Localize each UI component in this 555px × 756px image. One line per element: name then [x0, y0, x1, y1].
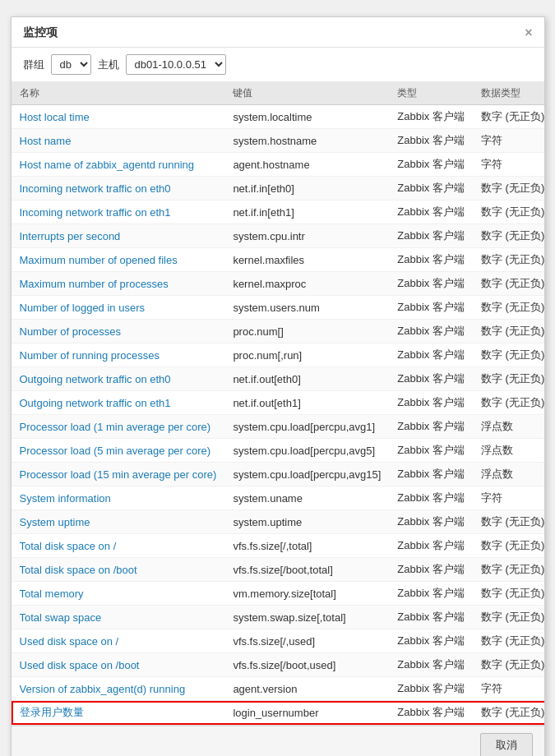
table-row[interactable]: Incoming network traffic on eth0net.if.i… [12, 177, 544, 201]
item-name[interactable]: Outgoing network traffic on eth1 [12, 391, 225, 415]
cancel-button[interactable]: 取消 [480, 733, 533, 756]
item-name[interactable]: Version of zabbix_agent(d) running [12, 677, 225, 701]
item-name[interactable]: Processor load (1 min average per core) [12, 415, 225, 439]
item-type: Zabbix 客户端 [389, 272, 473, 296]
table-row[interactable]: System uptimesystem.uptimeZabbix 客户端数字 (… [12, 510, 544, 534]
table-row[interactable]: Host local timesystem.localtimeZabbix 客户… [12, 105, 544, 129]
item-key: vfs.fs.size[/boot,total] [224, 558, 389, 582]
item-name[interactable]: Maximum number of processes [12, 272, 225, 296]
item-type: Zabbix 客户端 [389, 153, 473, 177]
host-label: 主机 [98, 58, 119, 72]
table-row[interactable]: Outgoing network traffic on eth1net.if.o… [12, 391, 544, 415]
table-row[interactable]: Number of processesproc.num[]Zabbix 客户端数… [12, 320, 544, 343]
item-name[interactable]: System uptime [12, 510, 225, 534]
item-key: net.if.out[eth0] [224, 367, 389, 391]
item-key: system.users.num [224, 296, 389, 320]
item-dtype: 数字 (无正负) [473, 224, 544, 248]
item-name[interactable]: Host name of zabbix_agentd running [12, 153, 225, 177]
item-key: system.cpu.load[percpu,avg5] [224, 439, 389, 463]
table-row[interactable]: Used disk space on /vfs.fs.size[/,used]Z… [12, 629, 544, 653]
item-type: Zabbix 客户端 [389, 510, 473, 534]
toolbar: 群组 db 主机 db01-10.0.0.51 [12, 48, 544, 82]
dialog-title-text: 监控项 [23, 25, 58, 40]
table-row[interactable]: Processor load (5 min average per core)s… [12, 439, 544, 463]
item-key: proc.num[,run] [224, 343, 389, 367]
item-type: Zabbix 客户端 [389, 129, 473, 153]
item-name[interactable]: Incoming network traffic on eth0 [12, 177, 225, 201]
item-key: proc.num[] [224, 320, 389, 343]
item-key: agent.version [224, 677, 389, 701]
item-dtype: 数字 (无正负) [473, 177, 544, 201]
item-dtype: 数字 (无正负) [473, 201, 544, 224]
item-name[interactable]: Incoming network traffic on eth1 [12, 201, 225, 224]
item-name[interactable]: Number of processes [12, 320, 225, 343]
col-dtype: 数据类型 [473, 82, 544, 105]
item-name[interactable]: 登录用户数量 [12, 701, 225, 725]
item-key: system.cpu.intr [224, 224, 389, 248]
item-name[interactable]: Processor load (15 min average per core) [12, 463, 225, 486]
item-name[interactable]: Host name [12, 129, 225, 153]
item-name[interactable]: Maximum number of opened files [12, 248, 225, 272]
table-row[interactable]: Number of logged in userssystem.users.nu… [12, 296, 544, 320]
item-name[interactable]: Used disk space on / [12, 629, 225, 653]
table-row[interactable]: System informationsystem.unameZabbix 客户端… [12, 486, 544, 510]
item-dtype: 浮点数 [473, 415, 544, 439]
col-key: 键值 [224, 82, 389, 105]
table-row[interactable]: Host namesystem.hostnameZabbix 客户端字符已启用 [12, 129, 544, 153]
item-key: kernel.maxfiles [224, 248, 389, 272]
table-row[interactable]: Outgoing network traffic on eth0net.if.o… [12, 367, 544, 391]
item-name[interactable]: Used disk space on /boot [12, 653, 225, 677]
item-name[interactable]: Total memory [12, 582, 225, 606]
item-dtype: 字符 [473, 486, 544, 510]
item-name[interactable]: Number of running processes [12, 343, 225, 367]
item-key: net.if.in[eth1] [224, 201, 389, 224]
item-key: system.uptime [224, 510, 389, 534]
table-row[interactable]: 登录用户数量login_usernumberZabbix 客户端数字 (无正负)… [12, 701, 544, 725]
item-dtype: 数字 (无正负) [473, 343, 544, 367]
item-dtype: 字符 [473, 153, 544, 177]
group-select[interactable]: db [51, 54, 91, 75]
table-row[interactable]: Host name of zabbix_agentd runningagent.… [12, 153, 544, 177]
item-dtype: 数字 (无正负) [473, 272, 544, 296]
item-name[interactable]: Host local time [12, 105, 225, 129]
item-name[interactable]: Outgoing network traffic on eth0 [12, 367, 225, 391]
item-name[interactable]: Total disk space on /boot [12, 558, 225, 582]
item-name[interactable]: Number of logged in users [12, 296, 225, 320]
host-select[interactable]: db01-10.0.0.51 [126, 54, 226, 75]
item-name[interactable]: Interrupts per second [12, 224, 225, 248]
item-type: Zabbix 客户端 [389, 486, 473, 510]
table-row[interactable]: Total disk space on /bootvfs.fs.size[/bo… [12, 558, 544, 582]
table-row[interactable]: Processor load (15 min average per core)… [12, 463, 544, 486]
item-key: vfs.fs.size[/boot,used] [224, 653, 389, 677]
item-dtype: 数字 (无正负) [473, 510, 544, 534]
monitor-dialog: 监控项 × 群组 db 主机 db01-10.0.0.51 名称 键值 类型 数… [11, 16, 545, 756]
table-row[interactable]: Number of running processesproc.num[,run… [12, 343, 544, 367]
item-type: Zabbix 客户端 [389, 296, 473, 320]
item-key: system.localtime [224, 105, 389, 129]
item-name[interactable]: Processor load (5 min average per core) [12, 439, 225, 463]
item-name[interactable]: Total swap space [12, 606, 225, 629]
item-key: system.cpu.load[percpu,avg1] [224, 415, 389, 439]
item-key: login_usernumber [224, 701, 389, 725]
item-dtype: 浮点数 [473, 439, 544, 463]
table-row[interactable]: Maximum number of opened fileskernel.max… [12, 248, 544, 272]
item-name[interactable]: System information [12, 486, 225, 510]
close-button[interactable]: × [525, 26, 532, 39]
table-row[interactable]: Processor load (1 min average per core)s… [12, 415, 544, 439]
item-key: system.swap.size[,total] [224, 606, 389, 629]
item-key: system.hostname [224, 129, 389, 153]
table-row[interactable]: Version of zabbix_agent(d) runningagent.… [12, 677, 544, 701]
table-row[interactable]: Incoming network traffic on eth1net.if.i… [12, 201, 544, 224]
table-row[interactable]: Used disk space on /bootvfs.fs.size[/boo… [12, 653, 544, 677]
table-row[interactable]: Maximum number of processeskernel.maxpro… [12, 272, 544, 296]
table-row[interactable]: Interrupts per secondsystem.cpu.intrZabb… [12, 224, 544, 248]
item-dtype: 数字 (无正负) [473, 534, 544, 558]
table-row[interactable]: Total disk space on /vfs.fs.size[/,total… [12, 534, 544, 558]
table-row[interactable]: Total memoryvm.memory.size[total]Zabbix … [12, 582, 544, 606]
item-key: vfs.fs.size[/,total] [224, 534, 389, 558]
table-row[interactable]: Total swap spacesystem.swap.size[,total]… [12, 606, 544, 629]
item-name[interactable]: Total disk space on / [12, 534, 225, 558]
dialog-title-bar: 监控项 × [12, 17, 544, 48]
item-dtype: 数字 (无正负) [473, 320, 544, 343]
group-label: 群组 [23, 58, 44, 72]
